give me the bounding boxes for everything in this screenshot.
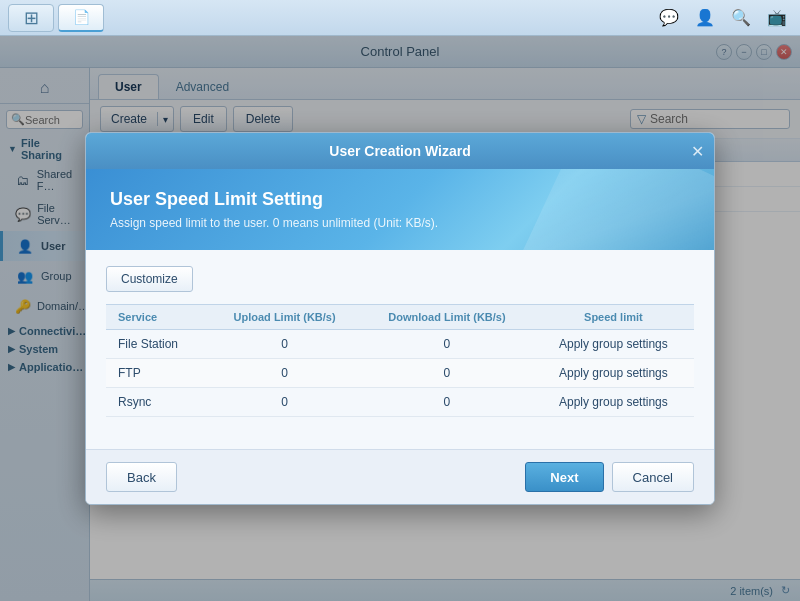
download-ftp: 0 (361, 359, 533, 388)
next-button[interactable]: Next (525, 462, 603, 492)
download-rsync: 0 (361, 388, 533, 417)
modal-banner-title: User Speed Limit Setting (110, 189, 690, 210)
customize-button[interactable]: Customize (106, 266, 193, 292)
modal-banner-description: Assign speed limit to the user. 0 means … (110, 216, 690, 230)
modal-col-service: Service (106, 305, 208, 330)
modal-col-download: Download Limit (KB/s) (361, 305, 533, 330)
chat-icon-btn[interactable]: 💬 (654, 4, 684, 32)
modal-table-row: File Station 0 0 Apply group settings (106, 330, 694, 359)
speed-ftp: Apply group settings (533, 359, 694, 388)
modal-table-row: Rsync 0 0 Apply group settings (106, 388, 694, 417)
app-file-icon: 📄 (73, 9, 90, 25)
user-icon-btn[interactable]: 👤 (690, 4, 720, 32)
taskbar-app-grid[interactable]: ⊞ (8, 4, 54, 32)
app-grid-icon: ⊞ (24, 7, 39, 29)
service-ftp: FTP (106, 359, 208, 388)
service-file-station: File Station (106, 330, 208, 359)
cancel-button[interactable]: Cancel (612, 462, 694, 492)
taskbar-right: 💬 👤 🔍 📺 (654, 4, 792, 32)
speed-limit-table: Service Upload Limit (KB/s) Download Lim… (106, 304, 694, 417)
modal-close-button[interactable]: ✕ (691, 142, 704, 161)
display-icon-btn[interactable]: 📺 (762, 4, 792, 32)
speed-rsync: Apply group settings (533, 388, 694, 417)
modal-col-upload: Upload Limit (KB/s) (208, 305, 361, 330)
modal-titlebar: User Creation Wizard ✕ (86, 133, 714, 169)
modal-banner: User Speed Limit Setting Assign speed li… (86, 169, 714, 250)
modal-overlay: User Creation Wizard ✕ User Speed Limit … (0, 36, 800, 601)
search-icon-btn[interactable]: 🔍 (726, 4, 756, 32)
speed-file-station: Apply group settings (533, 330, 694, 359)
upload-file-station: 0 (208, 330, 361, 359)
upload-rsync: 0 (208, 388, 361, 417)
upload-ftp: 0 (208, 359, 361, 388)
modal-body: Customize Service Upload Limit (KB/s) Do… (86, 250, 714, 449)
footer-right-buttons: Next Cancel (525, 462, 694, 492)
modal-footer: Back Next Cancel (86, 449, 714, 504)
modal-col-speed: Speed limit (533, 305, 694, 330)
service-rsync: Rsync (106, 388, 208, 417)
modal-dialog: User Creation Wizard ✕ User Speed Limit … (85, 132, 715, 505)
download-file-station: 0 (361, 330, 533, 359)
back-button[interactable]: Back (106, 462, 177, 492)
taskbar-app-file[interactable]: 📄 (58, 4, 104, 32)
taskbar: ⊞ 📄 💬 👤 🔍 📺 (0, 0, 800, 36)
modal-title: User Creation Wizard (329, 143, 470, 159)
modal-table-row: FTP 0 0 Apply group settings (106, 359, 694, 388)
